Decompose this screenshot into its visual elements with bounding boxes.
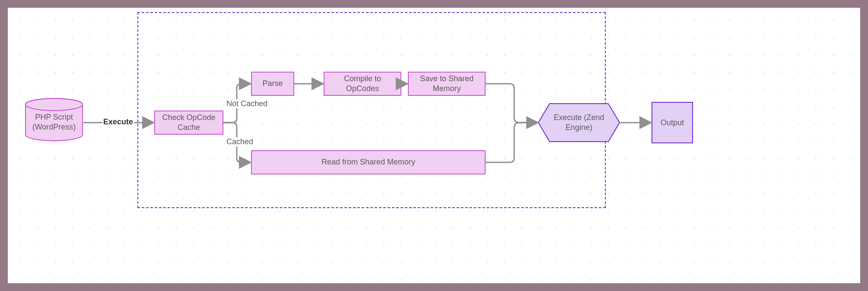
- edge-label-not-cached: Not Cached: [226, 99, 268, 108]
- node-label: PHP Script (WordPress): [32, 107, 76, 133]
- edge-label-cached: Cached: [226, 137, 254, 146]
- arrow-svg-layer: [8, 8, 860, 283]
- diagram-canvas: PHP Script (WordPress) Check OpCode Cach…: [8, 8, 860, 283]
- edge-label-execute: Execute: [102, 117, 134, 127]
- edge-save-to-execute: [486, 84, 537, 123]
- node-label: Execute (Zend Engine): [542, 113, 615, 133]
- edge-read-to-execute: [486, 123, 537, 162]
